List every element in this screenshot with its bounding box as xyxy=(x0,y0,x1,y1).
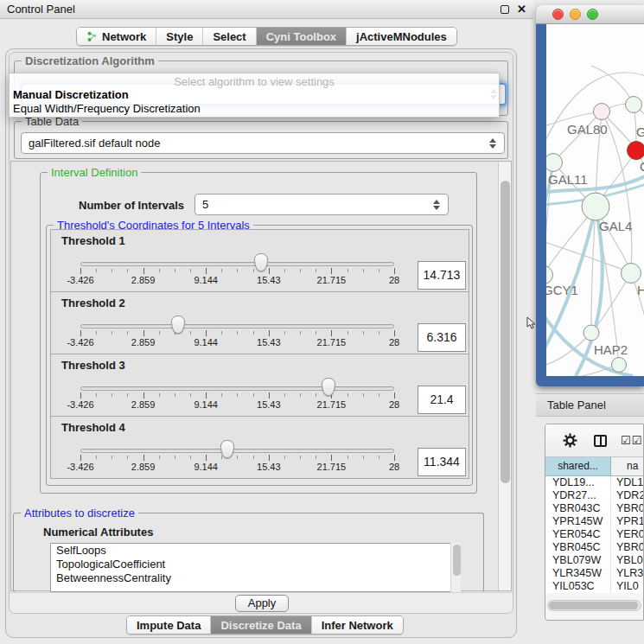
select-all-checkboxes-icon[interactable]: ☑☑ xyxy=(621,434,642,447)
table-row[interactable]: YBR043CYBR0 xyxy=(545,502,643,515)
slider-track[interactable] xyxy=(80,324,394,328)
columns-icon[interactable] xyxy=(594,435,607,447)
combo-arrows-icon xyxy=(433,200,441,210)
column-header-name[interactable]: na xyxy=(611,457,643,475)
group-title: Interval Definition xyxy=(48,166,141,179)
numerical-attributes-list[interactable]: SelfLoopsTopologicalCoefficientBetweenne… xyxy=(50,543,461,592)
float-window-icon[interactable] xyxy=(501,5,509,14)
tab-select[interactable]: Select xyxy=(202,28,255,45)
slider-track[interactable] xyxy=(80,262,394,266)
tab-infer-network[interactable]: Infer Network xyxy=(311,616,403,634)
tick-label: -3.426 xyxy=(67,337,93,348)
list-item[interactable]: SelfLoops xyxy=(51,544,460,558)
tab-cyni-toolbox[interactable]: Cyni Toolbox xyxy=(256,28,346,45)
threshold-label: Threshold 4 xyxy=(61,421,125,434)
network-graph: GAL80 GA GAL11 C GAL4 GCY1 H HAP2 xyxy=(546,24,644,376)
minimize-traffic-light-icon[interactable] xyxy=(570,9,581,20)
tick-label: 9.144 xyxy=(194,337,218,348)
table-row[interactable]: YBL079WYBL0 xyxy=(545,554,643,567)
cell-shared-name: YBR045C xyxy=(545,541,611,554)
cell-shared-name: YBL079W xyxy=(545,554,611,567)
num-intervals-combobox[interactable]: 5 xyxy=(194,194,449,215)
tick-label: 9.144 xyxy=(194,399,218,410)
tab-label: Discretize Data xyxy=(220,619,301,632)
control-panel-tabs: Network Style Select Cyni Toolbox jActiv… xyxy=(76,27,457,46)
dropdown-item-manual[interactable]: Manual Discretization xyxy=(10,88,499,102)
threshold-panel: Threshold 3 -3.4262.8599.14415.4321.7152… xyxy=(50,354,469,417)
node-label: GAL11 xyxy=(548,172,588,187)
attributes-group: Attributes to discretize Numerical Attri… xyxy=(13,513,484,592)
table-panel-titlebar: Table Panel xyxy=(536,393,644,417)
list-item[interactable]: BetweennessCentrality xyxy=(51,571,460,585)
table-row[interactable]: YBR045CYBR0 xyxy=(545,541,643,554)
table-data-combobox[interactable]: galFiltered.sif default node xyxy=(21,132,505,154)
network-canvas[interactable]: GAL80 GA GAL11 C GAL4 GCY1 H HAP2 xyxy=(546,24,644,376)
close-traffic-light-icon[interactable] xyxy=(552,9,564,20)
threshold-label: Threshold 2 xyxy=(61,296,125,309)
node-top-right xyxy=(626,97,642,113)
slider-major-ticks xyxy=(80,392,394,399)
threshold-label: Threshold 3 xyxy=(61,359,125,372)
threshold-slider[interactable]: -3.4262.8599.14415.4321.71528 xyxy=(80,441,394,477)
table-horizontal-scrollbar[interactable] xyxy=(547,600,641,611)
threshold-panel: Threshold 2 -3.4262.8599.14415.4321.7152… xyxy=(50,291,469,354)
slider-tick-labels: -3.4262.8599.14415.4321.71528 xyxy=(80,275,394,286)
list-item[interactable]: TopologicalCoefficient xyxy=(51,558,460,571)
gear-icon[interactable] xyxy=(563,433,577,448)
tick-label: 28 xyxy=(389,399,399,410)
threshold-value-field[interactable]: 21.4 xyxy=(418,386,466,414)
table-row[interactable]: YLR345WYLR3 xyxy=(545,567,643,580)
node-label: GA xyxy=(636,124,644,139)
tab-discretize-data[interactable]: Discretize Data xyxy=(210,616,310,634)
node-hap2 xyxy=(583,325,599,341)
threshold-slider[interactable]: -3.4262.8599.14415.4321.71528 xyxy=(80,316,394,353)
node-gal80 xyxy=(594,104,610,120)
settings-scrollpane: Interval Definition Number of Intervals … xyxy=(10,161,512,591)
tick-label: 21.715 xyxy=(317,399,347,410)
tab-network[interactable]: Network xyxy=(77,28,156,45)
column-header-shared-name[interactable]: shared... xyxy=(545,457,611,475)
tick-label: 28 xyxy=(389,337,399,348)
group-title: Attributes to discretize xyxy=(21,507,138,520)
network-nodes[interactable] xyxy=(546,97,644,373)
algorithm-dropdown-popup: Select algorithm to view settings Manual… xyxy=(9,73,500,118)
table-row[interactable]: YPR145WYPR1 xyxy=(545,515,643,528)
tick-label: 15.43 xyxy=(257,337,281,348)
table-row[interactable]: YDL19...YDL1 xyxy=(545,476,643,489)
slider-handle[interactable] xyxy=(171,316,185,334)
table-row[interactable]: YER054CYER0 xyxy=(545,528,643,541)
cell-shared-name: YER054C xyxy=(545,528,611,541)
zoom-traffic-light-icon[interactable] xyxy=(587,9,598,20)
threshold-value-field[interactable]: 14.713 xyxy=(418,261,466,290)
threshold-slider[interactable]: -3.4262.8599.14415.4321.71528 xyxy=(80,254,394,290)
settings-scrollbar[interactable] xyxy=(498,162,511,590)
node-label: GAL80 xyxy=(567,122,608,137)
table-row[interactable]: YDR27...YDR2 xyxy=(545,489,643,502)
node-gcy1 xyxy=(546,266,553,284)
tab-jactivemnodules[interactable]: jActiveMNodules xyxy=(346,28,456,45)
attributes-scrollbar[interactable] xyxy=(450,543,461,592)
cell-shared-name: YIL053C xyxy=(545,580,611,593)
combo-value: galFiltered.sif default node xyxy=(29,137,160,150)
slider-track[interactable] xyxy=(80,449,394,453)
network-view-window[interactable]: GAL80 GA GAL11 C GAL4 GCY1 H HAP2 xyxy=(536,5,644,386)
tab-style[interactable]: Style xyxy=(156,28,202,45)
slider-track[interactable] xyxy=(80,386,394,391)
threshold-value-field[interactable]: 11.344 xyxy=(418,448,466,476)
table-browser: ☑☑ shared... na YDL19...YDL1YDR27...YDR2… xyxy=(545,424,644,621)
dropdown-item-equal-width[interactable]: Equal Width/Frequency Discretization xyxy=(10,102,499,116)
control-panel-titlebar: Control Panel ✕ xyxy=(0,0,533,19)
tick-label: -3.426 xyxy=(67,275,93,285)
table-row[interactable]: YIL053CYIL0 xyxy=(545,580,643,593)
combo-arrows-icon xyxy=(489,138,497,149)
slider-handle[interactable] xyxy=(322,378,335,396)
close-icon[interactable]: ✕ xyxy=(517,5,526,14)
tick-label: 21.715 xyxy=(317,275,347,285)
slider-tick-labels: -3.4262.8599.14415.4321.71528 xyxy=(80,399,394,411)
tab-impute-data[interactable]: Impute Data xyxy=(127,616,210,634)
threshold-slider[interactable]: -3.4262.8599.14415.4321.71528 xyxy=(80,379,394,415)
tab-label: jActiveMNodules xyxy=(356,30,447,43)
tick-label: 9.144 xyxy=(194,275,218,285)
apply-button[interactable]: Apply xyxy=(235,595,289,612)
threshold-value-field[interactable]: 6.316 xyxy=(418,323,466,352)
